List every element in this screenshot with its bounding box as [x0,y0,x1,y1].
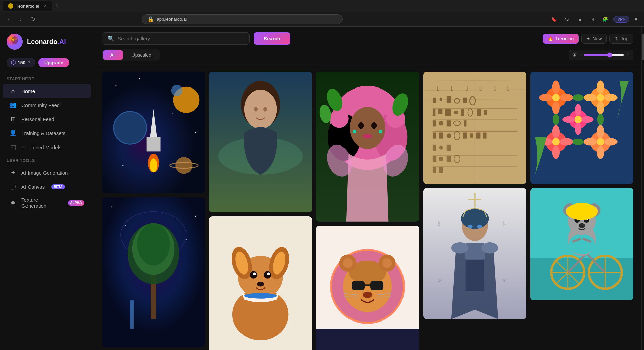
triangle-button[interactable]: ▲ [575,15,585,23]
new-button[interactable]: ✦ New [581,34,607,44]
grid-size-slider[interactable] [584,52,624,58]
remix-btn[interactable]: ⊞ [212,75,224,86]
sidebar-item-home[interactable]: ⌂ Home [3,84,91,98]
expand-btn[interactable]: ⤢ [440,75,451,86]
browser-chrome: leonardo.ai ✕ + ‹ › ↻ 🔒 app.leonardo.ai … [0,0,644,27]
tab-favicon [8,3,13,9]
sidebar-finetuned-label: Finetuned Models [21,144,61,150]
remix-btn[interactable]: ⊞ [105,75,117,86]
sidebar-item-training[interactable]: 👤 Training & Datasets [3,126,91,140]
url-text: app.leonardo.ai [157,17,187,22]
sidebar-training-label: Training & Datasets [21,130,65,136]
upgrade-button[interactable]: Upgrade [38,58,69,67]
expand-btn[interactable]: ⤢ [239,220,251,231]
credits-help-icon[interactable]: ? [28,60,31,65]
edit-btn[interactable]: / [440,191,451,203]
edit-btn[interactable]: / [119,201,130,212]
search-button[interactable]: Search [254,32,290,45]
new-label: New [592,36,602,41]
item-actions: ⊞ / ⤢ [427,191,523,203]
credits-icon: ⬡ [11,59,16,66]
remix-btn[interactable]: ⊞ [427,191,438,203]
gallery-item[interactable]: ⊞ / [530,188,633,300]
extend-button[interactable]: ⊡ [588,15,597,23]
expand-btn[interactable]: ⤢ [453,191,465,203]
address-bar[interactable]: 🔒 app.leonardo.ai [142,14,343,24]
beta-badge: BETA [51,184,65,189]
scrollbar-thumb[interactable] [642,34,644,60]
edit-btn[interactable]: / [119,75,130,86]
edit-btn[interactable]: / [333,229,344,240]
back-button[interactable]: ‹ [4,15,13,24]
top-button[interactable]: ⊕ Top [609,34,633,44]
svg-point-1 [11,36,18,44]
gallery-item[interactable]: ⊞ / ⤢ [316,226,419,350]
item-actions: ⊞ / ⤢ [105,75,202,86]
expand-btn[interactable]: ⤢ [132,201,144,212]
gallery-item[interactable]: ⊞ / ⤢ [209,216,312,350]
expand-btn[interactable]: ⤢ [346,229,358,240]
user-tools-label: User Tools [0,154,94,166]
gallery-item[interactable]: ⊞ / ⤢ [102,72,205,193]
new-tab-button[interactable]: + [54,3,60,10]
remix-btn[interactable]: ⊞ [319,75,331,86]
svg-point-2 [12,39,14,41]
search-input[interactable] [118,36,244,41]
active-tab[interactable]: leonardo.ai ✕ [3,1,52,11]
gallery-item[interactable]: ⊞ ⤢ [316,72,419,222]
reload-button[interactable]: ↻ [28,15,38,24]
item-actions: ⊞ ⤢ [427,75,523,86]
vpn-badge[interactable]: VPN [613,16,629,23]
ai-canvas-icon: ⬚ [9,183,17,190]
search-box[interactable]: 🔍 [102,32,250,45]
top-label: Top [621,36,628,41]
gallery-header: 🔍 Search 🔥 Trending ✦ New ⊕ [94,27,641,65]
sidebar-item-ai-canvas[interactable]: ⬚ AI Canvas BETA [3,180,91,194]
personal-icon: ⊞ [9,115,17,123]
filter-all-button[interactable]: All [103,50,123,60]
remix-btn[interactable]: ⊞ [534,191,545,203]
trending-button[interactable]: 🔥 Trending [543,34,579,44]
edit-btn[interactable]: / [547,191,558,203]
forward-button[interactable]: › [16,15,25,24]
sidebar-texture-label: Texture Generation [21,197,61,209]
bookmark-button[interactable]: 🔖 [548,15,559,23]
expand-btn[interactable]: ⤢ [226,75,237,86]
gallery-grid: ⊞ / ⤢ [94,65,641,350]
sidebar-item-finetuned[interactable]: ◱ Finetuned Models [3,140,91,154]
scrollbar-track[interactable] [641,27,644,350]
filter-upscaled-button[interactable]: Upscaled [124,50,159,60]
expand-btn[interactable]: ⤢ [547,75,558,86]
edit-btn[interactable]: / [226,220,237,231]
sidebar-item-texture[interactable]: ◈ Texture Generation ALPHA [3,194,91,212]
gallery-item[interactable]: ⊞ ⤢ [530,72,633,184]
tab-close-button[interactable]: ✕ [44,4,47,8]
grid-icon: ⊞ [572,52,577,58]
start-here-label: Start Here [0,73,94,84]
grid-plus-button[interactable]: + [626,52,630,59]
gallery-item[interactable]: ᚱ ᚦ ⊕ ⊗ ⊞ / ⤢ [423,188,526,319]
texture-icon: ◈ [9,199,17,207]
sidebar-item-community-feed[interactable]: 👥 Community Feed [3,98,91,112]
sidebar-ai-canvas-label: AI Canvas [21,184,45,190]
extensions-button[interactable]: 🧩 [600,15,611,23]
remix-btn[interactable]: ⊞ [319,229,331,240]
home-icon: ⌂ [9,88,17,95]
remix-btn[interactable]: ⊞ [534,75,545,86]
remix-btn[interactable]: ⊞ [212,220,224,231]
app-wrapper: Leonardo.Ai ⬡ 150 ? Upgrade Start Here ⌂… [0,27,644,350]
expand-btn[interactable]: ⤢ [132,75,144,86]
remix-btn[interactable]: ⊞ [105,201,117,212]
expand-btn[interactable]: ⤢ [333,75,344,86]
gallery-item[interactable]: ⊞ ⤢ [209,72,312,212]
tab-bar: leonardo.ai ✕ + [0,0,644,12]
menu-button[interactable]: ≡ [632,15,640,23]
sidebar-item-ai-image[interactable]: ✦ AI Image Generation [3,166,91,180]
credits-badge: ⬡ 150 ? [7,58,35,67]
gallery-item[interactable]: ⊞ / ⤢ [102,197,205,347]
remix-btn[interactable]: ⊞ [427,75,438,86]
shield-button[interactable]: 🛡 [562,15,572,23]
sidebar-item-personal-feed[interactable]: ⊞ Personal Feed [3,112,91,126]
minus-icon: − [579,52,582,58]
gallery-item[interactable]: 𓀀 𓂀 𓁹 𓃒 𓆣 𓇌 [423,72,526,184]
